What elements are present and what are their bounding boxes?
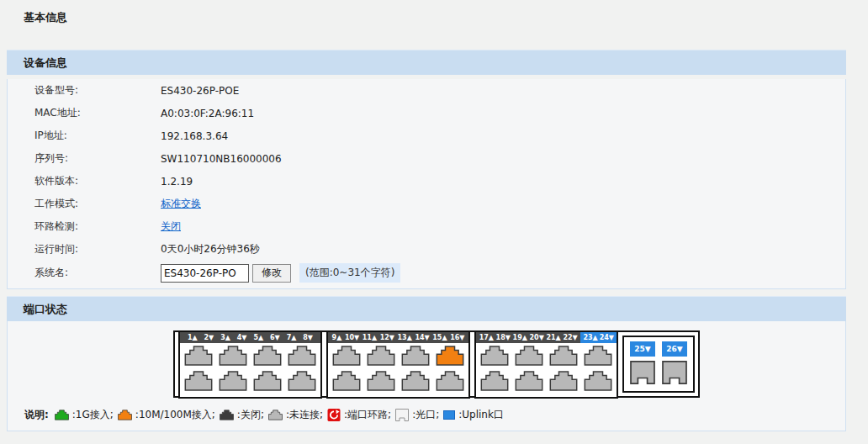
rj45-port-icon [436,346,464,366]
rj45-port-icon [184,371,213,391]
port-number-label: 23▲ [582,334,598,341]
device-model-value: ES430-26P-POE [161,85,239,97]
uptime-value: 0天0小时26分钟36秒 [161,242,260,256]
port-jack-disconnected [549,371,578,394]
rj45-port-icon [480,371,509,391]
legend-item: :关闭; [220,408,264,422]
port-jack-m100 [436,346,464,368]
legend-label: :光口; [412,408,439,422]
legend-label: :端口环路; [344,408,391,422]
serial-number-value: SW110710NB16000006 [161,153,282,165]
rj45-legend-icon [268,410,283,420]
port-number-label: 19▲ [512,334,528,341]
uplink-port-chip: 26▼ [662,341,687,357]
port-number-label: 20▼ [529,334,545,341]
uplink-swatch-icon [443,410,455,420]
legend-item: :Uplink口 [443,408,504,422]
legend-label: :Uplink口 [458,408,504,422]
port-jack-disconnected [332,346,361,368]
port-row [184,371,316,394]
port-jack-disconnected [288,346,316,368]
port-number-label: 21▲ [545,334,561,341]
port-number-label: 1▲ [187,334,198,341]
rj45-legend-icon [118,410,132,420]
page-title: 基本信息 [24,10,868,25]
port-group-header: 9▲10▼11▲12▼13▲14▼15▲16▼ [328,332,468,343]
system-name-range-hint: (范围:0~31个字符) [299,263,400,283]
rj45-port-icon [584,371,612,391]
port-number-label: 16▼ [449,334,465,341]
port-row [332,346,464,368]
fiber-port-icon [630,361,655,384]
port-row [480,371,612,394]
rj45-port-icon [401,371,430,391]
rj45-port-icon [401,346,430,366]
port-number-label: 9▲ [331,334,343,341]
rj45-port-icon [55,410,69,420]
rj45-port-icon [118,410,132,420]
port-jack-disconnected [184,346,213,368]
port-number-label: 3▲ [220,334,231,341]
uplink-port-chip: 25▼ [630,341,655,357]
rj45-port-icon [480,346,509,366]
rj45-port-icon [515,371,543,391]
work-mode-link[interactable]: 标准交换 [161,198,201,209]
device-info-body: 设备型号: ES430-26P-POE MAC地址: A0:03:0F:2A:9… [7,79,846,289]
port-number-label: 2▼ [204,334,215,341]
port-diagram: 1▲2▼3▲4▼5▲6▼7▲8▼9▲10▼11▲12▼13▲14▼15▲16▼1… [173,330,700,398]
port-jack-disconnected [288,371,316,394]
port-number-label: 8▼ [302,334,314,341]
row-label: 软件版本: [34,174,161,188]
loop-detect-link[interactable]: 关闭 [161,220,181,232]
modify-button[interactable]: 修改 [252,264,291,283]
row-uptime: 运行时间: 0天0小时26分钟36秒 [8,238,845,261]
port-labels: 1▲2▼3▲4▼5▲6▼7▲8▼ [180,332,320,343]
port-labels: 17▲18▼19▲20▼21▲22▼ [476,332,580,343]
port-row [332,371,464,394]
rj45-port-icon [253,371,282,391]
legend-item: :端口环路; [327,408,391,422]
ip-address-value: 192.168.3.64 [161,130,228,142]
port-jack-disconnected [515,346,543,368]
legend-item: :10M/100M接入; [118,408,215,422]
uplink-legend-icon [443,410,455,420]
port-status-panel: 端口状态 1▲2▼3▲4▼5▲6▼7▲8▼9▲10▼11▲12▼13▲14▼15… [7,296,846,431]
rj45-port-icon [268,410,283,420]
legend-item: :未连接; [268,408,323,422]
port-group-3: 17▲18▼19▲20▼21▲22▼23▲24▼ [474,330,618,399]
rj45-port-icon [288,346,316,366]
port-number-label: 14▼ [414,334,430,341]
rj45-port-icon [332,346,361,366]
port-number-label: 22▼ [562,334,578,341]
port-number-label: 11▲ [362,334,378,341]
port-group-1: 1▲2▼3▲4▼5▲6▼7▲8▼ [178,330,322,399]
port-status-header: 端口状态 [7,296,846,321]
row-label: IP地址: [34,129,161,143]
row-system-name: 系统名: 修改 (范围:0~31个字符) [8,261,845,288]
rj45-port-icon [367,371,395,391]
fiber-port-disconnected [662,361,687,387]
fiber-port-icon [662,361,687,384]
software-version-value: 1.2.19 [161,176,193,188]
rj45-port-icon [549,346,578,366]
port-row [184,346,316,368]
mac-address-value: A0:03:0F:2A:96:11 [161,108,254,119]
port-number-label: 15▲ [431,334,447,341]
row-work-mode: 工作模式: 标准交换 [8,193,845,215]
row-label: 运行时间: [34,242,161,256]
row-device-model: 设备型号: ES430-26P-POE [8,79,845,102]
row-mac-address: MAC地址: A0:03:0F:2A:96:11 [8,102,845,124]
rj45-port-icon [288,371,316,391]
device-info-panel: 设备信息 设备型号: ES430-26P-POE MAC地址: A0:03:0F… [7,50,846,289]
fiber-port-icon [395,409,409,421]
port-jack-disconnected [184,371,213,394]
system-name-input[interactable] [161,264,249,283]
port-loop-icon [327,409,341,421]
row-software-version: 软件版本: 1.2.19 [8,170,845,193]
legend-label: :关闭; [237,408,264,422]
rj45-port-icon [367,346,395,366]
port-jack-disconnected [436,371,464,394]
rj45-port-icon [332,371,361,391]
port-jack-disconnected [253,371,282,394]
rj45-port-icon [436,371,464,391]
